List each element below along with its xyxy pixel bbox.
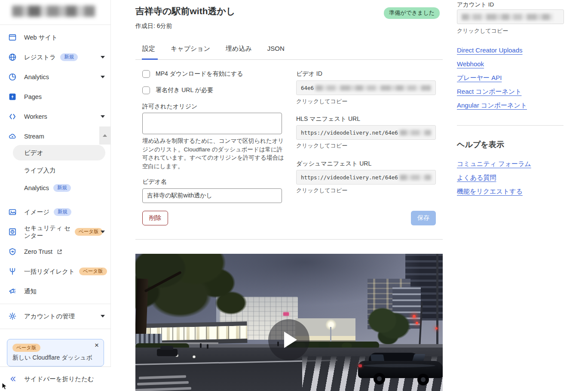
sidebar-item-bulk-redirects[interactable]: 一括リダイレクト ベータ版 [0,262,111,281]
chevron-down-icon [101,115,105,118]
sidebar-item-label: レジストラ [24,53,56,62]
sidebar-item-label: Stream [24,133,44,140]
checkbox-label: MP4 ダウンロードを有効にする [156,70,243,78]
sidebar-item-label: 通知 [24,287,37,296]
copy-hint: クリックしてコピー [457,27,508,35]
dash-manifest-field[interactable]: https://videodelivery.net/64e6 [296,170,436,185]
promo-card: × ベータ版 新しい Cloudflare ダッシュボ [7,339,104,366]
neon-sign [283,312,289,316]
sidebar-subitem-label: ライブ入力 [24,166,56,175]
hls-manifest-value: https://videodelivery.net/64e6 [301,129,398,136]
beta-badge: ベータ版 [79,268,107,276]
traffic-light-red [416,322,418,324]
dash-manifest-label: ダッシュマニフェスト URL [296,160,371,168]
sidebar-item-security-center[interactable]: セキュリティ センター ベータ版 [0,222,111,242]
sidebar-item-label: Workers [24,113,47,120]
chevron-down-icon [101,315,105,317]
sidebar-item-account-management[interactable]: アカウントの管理 [0,306,111,326]
link-player-api[interactable]: プレーヤー API [457,74,502,82]
vault-icon [9,228,16,236]
divider [0,304,111,304]
gear-icon [9,312,16,320]
beta-badge: ベータ版 [75,228,103,236]
sidebar-item-workers[interactable]: Workers [0,107,111,126]
page-title: 吉祥寺の駅前with透かし [135,5,235,17]
video-player [135,254,443,391]
sidebar-scroll-up-button[interactable] [99,126,110,145]
sidebar-item-pages[interactable]: Pages [0,87,111,107]
play-icon [284,332,297,348]
link-request-feature[interactable]: 機能をリクエストする [457,188,523,196]
play-button[interactable] [268,319,309,360]
promo-link-text[interactable]: 新しい Cloudflare ダッシュボ [12,354,98,362]
tab-json[interactable]: JSON [267,45,285,53]
traffic-light-red [435,327,438,329]
account-id-field[interactable] [457,9,564,24]
browser-icon [9,34,16,41]
link-faq[interactable]: よくある質問 [457,174,496,182]
sidebar-item-images[interactable]: イメージ 新規 [0,202,111,222]
tab-embed[interactable]: 埋め込み [226,45,252,53]
sidebar-item-stream[interactable]: Stream [0,126,111,146]
sidebar-item-registrar[interactable]: レジストラ 新規 [0,47,111,67]
sidebar-item-websites[interactable]: Web サイト [0,28,111,47]
tab-bar: 設定 キャプション 埋め込み JSON [142,45,285,53]
traffic-pole [436,254,438,358]
triangle-up-icon [103,134,107,137]
signed-url-checkbox[interactable] [142,86,150,94]
chevron-down-icon [101,76,105,78]
divider [0,329,111,329]
hls-manifest-label: HLS マニフェスト URL [296,115,360,123]
signed-url-checkbox-row[interactable]: 署名付き URL が必要 [142,86,213,94]
sidebar-subitem-stream-analytics[interactable]: Analytics 新規 [24,180,71,196]
sidebar-subitem-video-active[interactable]: ビデオ [13,145,105,160]
redacted-hls-url [400,130,431,135]
double-chevron-left-icon [9,376,16,382]
mp4-download-checkbox-row[interactable]: MP4 ダウンロードを有効にする [142,70,243,78]
allowed-origins-input[interactable] [142,113,282,134]
redacted-account-id [462,14,553,20]
link-community-forum[interactable]: コミュニティ フォーラム [457,160,531,168]
close-icon[interactable]: × [95,341,99,350]
hls-manifest-field[interactable]: https://videodelivery.net/64e6 [296,125,436,140]
funnel-icon [9,268,16,275]
link-webhook[interactable]: Webhook [457,60,484,68]
image-icon [9,208,16,216]
traffic-light-red [413,315,416,318]
shield-icon [9,248,16,256]
video-name-input[interactable] [142,188,282,203]
video-id-label: ビデオ ID [296,70,322,78]
sidebar-collapse-button[interactable]: サイドバーを折りたたむ [0,366,111,391]
tab-captions[interactable]: キャプション [171,45,210,53]
divider [0,25,111,25]
link-angular-component[interactable]: Angular コンポーネント [457,102,527,110]
delete-button[interactable]: 削除 [142,211,168,225]
save-button[interactable]: 保存 [411,211,436,225]
workers-icon [9,113,16,120]
link-direct-creator-uploads[interactable]: Direct Creator Uploads [457,46,523,54]
video-id-value: 64e6 [301,85,314,91]
created-date: 作成日: 6分前 [135,22,172,30]
megaphone-icon [9,287,16,295]
new-badge: 新規 [60,53,78,62]
sidebar-item-zero-trust[interactable]: Zero Trust [0,242,111,262]
sidebar-item-analytics[interactable]: Analytics [0,67,111,87]
copy-hint: クリックしてコピー [296,98,347,105]
stream-icon [9,132,16,140]
active-tab-underline [142,58,158,60]
divider [457,125,564,126]
sidebar-subitem-live-input[interactable]: ライブ入力 [24,163,56,178]
sidebar-item-notifications[interactable]: 通知 [0,281,111,301]
main-content: 吉祥寺の駅前with透かし 作成日: 6分前 準備ができました 設定 キャプショ… [135,0,443,391]
sidebar-item-label: 一括リダイレクト [24,268,75,276]
pages-icon [9,93,16,101]
sidebar-item-label: イメージ [24,208,49,216]
tab-settings[interactable]: 設定 [142,45,155,53]
mp4-download-checkbox[interactable] [142,70,150,78]
sidebar-item-label: Web サイト [24,34,58,42]
link-react-component[interactable]: React コンポーネント [457,88,521,96]
video-id-field[interactable]: 64e6 [296,80,436,95]
new-badge: 新規 [53,184,71,192]
sidebar-item-label: Analytics [24,74,49,80]
chevron-down-icon [101,56,105,58]
